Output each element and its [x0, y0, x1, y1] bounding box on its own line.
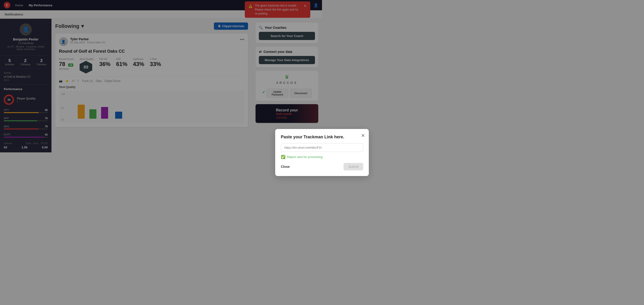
trackman-link-input[interactable]	[281, 143, 322, 152]
modal-overlay: ✕ Paste your Trackman Link here. ✅ Repor…	[0, 0, 322, 152]
trackman-modal: ✕ Paste your Trackman Link here. ✅ Repor…	[275, 129, 322, 152]
modal-title: Paste your Trackman Link here.	[281, 134, 322, 140]
